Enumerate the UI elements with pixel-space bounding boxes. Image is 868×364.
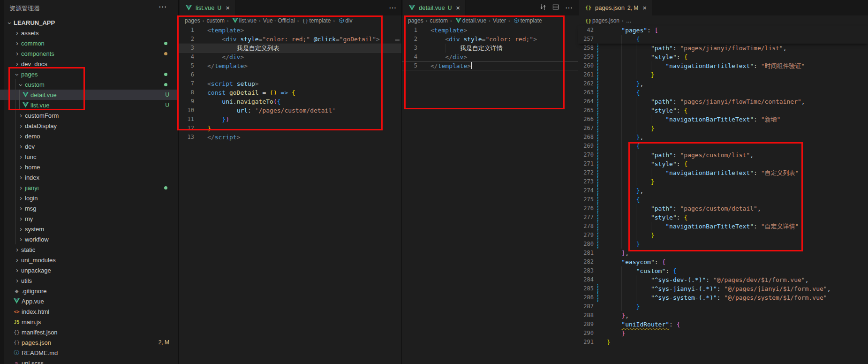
code-line[interactable]: 260 "navigationBarTitleText": "时间组件验证" <box>578 61 868 70</box>
tree-item-README.md[interactable]: ⓘREADME.md <box>0 348 178 358</box>
code-line[interactable]: 262 }, <box>578 79 868 88</box>
code-line[interactable]: 2 <div style="color: red;" @click="goDet… <box>179 35 401 44</box>
sticky-scroll-line[interactable]: 257 { <box>578 35 868 44</box>
chevron-right-icon[interactable]: › <box>18 194 24 202</box>
tree-item-jianyi[interactable]: ›jianyi <box>0 182 178 193</box>
code-line[interactable]: 275 { <box>578 195 868 204</box>
editor-more-actions-icon[interactable]: ⋯ <box>389 3 397 12</box>
tab-list-vue[interactable]: list.vue U × <box>180 0 235 15</box>
code-line[interactable]: 268 }, <box>578 133 868 142</box>
code-line-text[interactable]: } <box>607 338 611 347</box>
code-line-text[interactable]: "path": "pages/custom/list", <box>607 151 754 159</box>
code-line[interactable]: 284 "^sys-dev-(.*)": "@/pages/dev/$1/for… <box>578 275 868 284</box>
tree-item-system[interactable]: ›system <box>0 224 178 234</box>
code-line[interactable]: 13</script> <box>179 133 401 142</box>
code-line[interactable]: 269 { <box>578 142 868 151</box>
code-line-text[interactable]: "uniIdRouter": { <box>607 320 680 329</box>
code-line-text[interactable]: ], <box>607 249 629 258</box>
tree-item-main.js[interactable]: JSmain.js <box>0 317 178 327</box>
code-line[interactable]: 277 "style": { <box>578 213 868 222</box>
code-line-text[interactable]: "^sys-system-(.*)": "@/pages/system/$1/f… <box>607 293 827 302</box>
chevron-right-icon[interactable]: › <box>18 215 24 222</box>
chevron-right-icon[interactable]: › <box>14 39 20 47</box>
code-line[interactable]: 279 } <box>578 231 868 240</box>
tree-item-detail.vue[interactable]: detail.vueU <box>0 90 178 100</box>
tree-item-custom[interactable]: ›custom <box>0 79 178 90</box>
split-editor-icon[interactable] <box>552 4 559 12</box>
code-line[interactable]: 11 }) <box>179 115 401 124</box>
tree-item-common[interactable]: ›common <box>0 38 178 48</box>
chevron-right-icon[interactable]: › <box>14 60 20 68</box>
tree-item-index.html[interactable]: <>index.html <box>0 306 178 317</box>
code-line[interactable]: 274 }, <box>578 186 868 195</box>
code-line-text[interactable]: "navigationBarTitleText": "自定义详情" <box>607 222 799 231</box>
code-line[interactable]: 6 <box>179 70 401 79</box>
chevron-right-icon[interactable]: › <box>14 277 20 284</box>
editor-more-actions-icon[interactable]: ⋯ <box>565 3 573 12</box>
code-editor-pagesjson[interactable]: 258 "path": "pages/jianyi/flowTime/list"… <box>578 44 868 364</box>
code-line[interactable]: 263 { <box>578 88 868 97</box>
code-line[interactable]: 266 "navigationBarTitleText": "新增" <box>578 115 868 124</box>
chevron-down-icon[interactable]: › <box>6 20 14 26</box>
code-line-text[interactable]: { <box>607 35 640 44</box>
code-line-text[interactable]: }, <box>607 186 643 195</box>
code-line[interactable]: 4 </div> <box>402 53 578 61</box>
code-line[interactable]: 276 "path": "pages/custom/detail", <box>578 204 868 213</box>
tree-item-assets[interactable]: ›assets <box>0 28 178 38</box>
code-line-text[interactable]: </script> <box>207 133 240 142</box>
sticky-scroll-line[interactable]: 42 "pages": [ <box>578 26 868 35</box>
tree-item-dev[interactable]: ›dev <box>0 141 178 152</box>
close-icon[interactable]: × <box>456 4 460 12</box>
code-editor-list[interactable]: 1<template>2 <div style="color: red;" @c… <box>179 26 401 364</box>
tree-item-my[interactable]: ›my <box>0 213 178 224</box>
breadcrumb-item[interactable]: list.vue <box>231 17 257 24</box>
tree-item-msg[interactable]: ›msg <box>0 203 178 213</box>
code-line-text[interactable]: <template> <box>430 26 467 35</box>
code-line[interactable]: 290 } <box>578 329 868 338</box>
code-line[interactable]: 291} <box>578 338 868 347</box>
tree-item-components[interactable]: ›components <box>0 48 178 59</box>
tree-item-uni.scss[interactable]: ≈uni.scss <box>0 358 178 364</box>
code-line-text[interactable]: "pages": [ <box>607 26 658 35</box>
code-line-text[interactable]: 我是自定义列表 <box>207 44 279 53</box>
tree-item-login[interactable]: ›login <box>0 193 178 203</box>
breadcrumb-item[interactable]: div <box>337 17 352 24</box>
code-line-text[interactable]: }, <box>607 133 643 142</box>
code-line[interactable]: 287 } <box>578 302 868 311</box>
code-line[interactable]: 267 } <box>578 124 868 133</box>
code-line-text[interactable]: "custom": { <box>607 266 677 275</box>
code-line-text[interactable]: "path": "pages/jianyi/flowTime/container… <box>607 97 805 106</box>
code-line-text[interactable]: <template> <box>207 26 244 35</box>
tree-item-home[interactable]: ›home <box>0 162 178 172</box>
code-line-text[interactable]: "style": { <box>607 213 687 222</box>
chevron-right-icon[interactable]: › <box>18 143 24 150</box>
code-line-text[interactable]: } <box>607 329 625 338</box>
chevron-right-icon[interactable]: › <box>14 29 20 37</box>
breadcrumb-item[interactable]: Vuter <box>493 17 506 24</box>
chevron-right-icon[interactable]: › <box>14 256 20 264</box>
tree-item-uni_modules[interactable]: ›uni_modules <box>0 255 178 265</box>
code-line-text[interactable]: } <box>607 177 655 186</box>
chevron-right-icon[interactable]: › <box>14 246 20 253</box>
code-line-text[interactable]: "^sys-jianyi-(.*)": "@/pages/jianyi/$1/f… <box>607 284 830 293</box>
code-line[interactable]: 271 "style": { <box>578 159 868 168</box>
code-line[interactable]: 8const goDetail = () => { <box>179 88 401 97</box>
tab-detail-vue[interactable]: detail.vue U × <box>403 0 466 15</box>
tree-item-.gitignore[interactable]: ◆.gitignore <box>0 286 178 296</box>
code-line[interactable]: 10 url: '/pages/custom/detail' <box>179 106 401 115</box>
code-line-text[interactable]: } <box>607 124 655 133</box>
code-line[interactable]: 270 "path": "pages/custom/list", <box>578 151 868 159</box>
code-line[interactable]: 288 }, <box>578 311 868 320</box>
code-line-text[interactable]: const goDetail = () => { <box>207 88 295 97</box>
code-line-text[interactable]: "navigationBarTitleText": "自定义列表" <box>607 168 799 177</box>
chevron-right-icon[interactable]: › <box>14 50 20 57</box>
code-line-text[interactable]: url: '/pages/custom/detail' <box>207 106 336 115</box>
close-icon[interactable]: × <box>642 4 647 12</box>
code-line-text[interactable]: "path": "pages/jianyi/flowTime/list", <box>607 44 787 53</box>
code-line-text[interactable]: "navigationBarTitleText": "时间组件验证" <box>607 61 805 70</box>
breadcrumb-item[interactable]: pages <box>185 17 200 24</box>
code-line-text[interactable]: { <box>607 195 640 204</box>
code-line[interactable]: 1<template> <box>402 26 578 35</box>
code-line[interactable]: 3 我是自定义详情 <box>402 44 578 53</box>
code-line-text[interactable]: </template> <box>207 61 248 70</box>
